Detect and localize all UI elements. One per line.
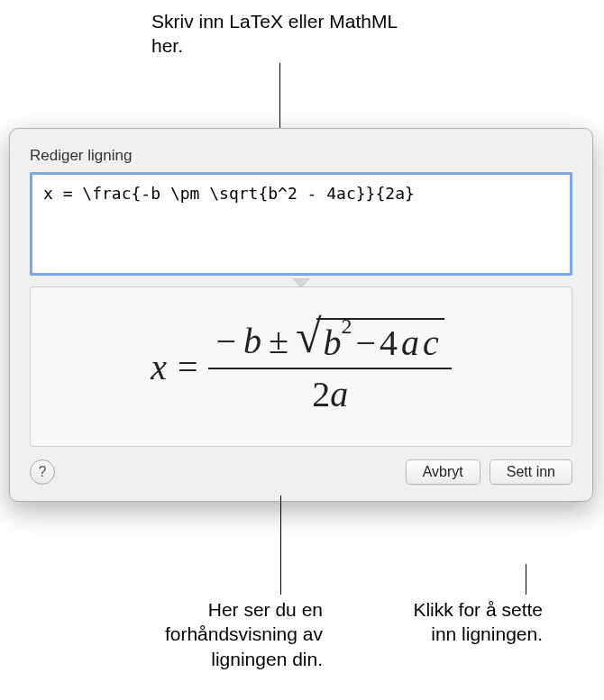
const-2: 2 bbox=[312, 374, 330, 414]
const-4: 4 bbox=[380, 322, 398, 364]
plus-minus-sign: ± bbox=[269, 320, 288, 362]
callout-line bbox=[280, 495, 281, 595]
var-c: c bbox=[423, 322, 439, 364]
rendered-formula: x = − b ± √ b2 − 4 a c bbox=[151, 318, 452, 415]
callout-preview-text: Her ser du en forhåndsvisning av ligning… bbox=[165, 599, 323, 669]
dialog-title: Rediger ligning bbox=[30, 147, 572, 165]
callout-input: Skriv inn LaTeX eller MathML her. bbox=[151, 9, 422, 59]
sqrt-group: √ b2 − 4 a c bbox=[296, 318, 444, 364]
svg-marker-0 bbox=[293, 278, 309, 287]
var-b2: b2 bbox=[324, 322, 352, 364]
radicand: b2 − 4 a c bbox=[316, 318, 444, 364]
formula-numerator: − b ± √ b2 − 4 a c bbox=[208, 318, 451, 369]
dialog-button-row: ? Avbryt Sett inn bbox=[30, 459, 572, 485]
callout-preview: Her ser du en forhåndsvisning av ligning… bbox=[88, 597, 323, 671]
latex-input[interactable]: x = \frac{-b \pm \sqrt{b^2 - 4ac}}{2a} bbox=[30, 172, 572, 276]
minus-sign-2: − bbox=[356, 322, 377, 364]
var-a-den: a bbox=[330, 374, 348, 414]
insert-button[interactable]: Sett inn bbox=[490, 459, 572, 485]
var-a: a bbox=[401, 322, 419, 364]
cancel-button[interactable]: Avbryt bbox=[406, 459, 480, 485]
callout-insert: Klikk for å sette inn ligningen. bbox=[389, 597, 543, 647]
formula-lhs: x bbox=[151, 346, 167, 388]
var-b: b bbox=[243, 320, 261, 362]
formula-fraction: − b ± √ b2 − 4 a c 2a bbox=[208, 318, 451, 415]
callout-insert-text: Klikk for å sette inn ligningen. bbox=[413, 599, 543, 644]
minus-sign: − bbox=[215, 320, 236, 362]
equation-preview: x = − b ± √ b2 − 4 a c bbox=[30, 286, 572, 447]
callout-line bbox=[526, 564, 526, 595]
formula-denominator: 2a bbox=[312, 369, 348, 415]
formula-equals: = bbox=[178, 346, 198, 388]
equation-editor-dialog: Rediger ligning x = \frac{-b \pm \sqrt{b… bbox=[9, 128, 593, 502]
callout-input-text: Skriv inn LaTeX eller MathML her. bbox=[151, 11, 397, 56]
help-button[interactable]: ? bbox=[30, 459, 55, 485]
